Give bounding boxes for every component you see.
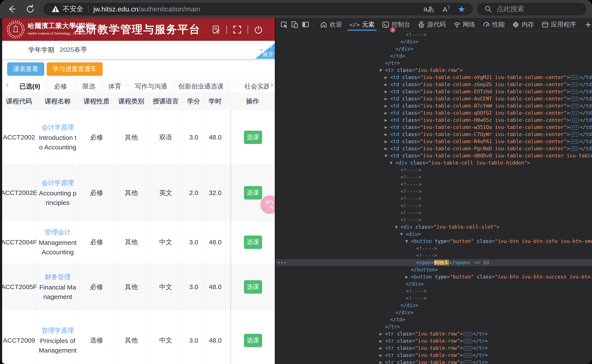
dom-tree-line[interactable]: <!----> — [276, 195, 592, 202]
collapsed-content-ellipsis[interactable]: ••• — [570, 111, 579, 115]
dom-tree-line[interactable]: ▶<tr class="ivu-table-row">•••</tr> — [276, 330, 592, 338]
dom-tree-line[interactable]: ▶<tr class="ivu-table-row">•••</tr> — [276, 352, 592, 359]
devtools-tab-应用程序[interactable]: 应用程序 — [538, 18, 580, 31]
dom-tree-line[interactable]: ▶<tr class="ivu-table-row">•••</tr> — [276, 344, 592, 352]
expand-arrow-icon[interactable]: ▶ — [385, 145, 387, 152]
dom-tree-line[interactable]: </div> — [276, 38, 592, 45]
study-progress-button[interactable]: 学习进度直通车 — [47, 62, 103, 76]
dom-tree-line[interactable]: ▶<tr class="ivu-table-row">•••</tr> — [276, 359, 592, 364]
dom-tree-line[interactable]: </tr> — [276, 60, 592, 67]
dom-tree-line[interactable]: <!----> — [276, 188, 592, 195]
dom-tree-line[interactable]: •••<span>购物车</span>== $0 — [276, 259, 592, 266]
expand-arrow-icon[interactable]: ▶ — [385, 124, 387, 131]
tab-3[interactable]: 限选 — [77, 80, 101, 93]
dom-tree-line[interactable]: ▶<td class="ivu-table-column-H8wOSz ivu-… — [276, 117, 592, 124]
dom-tree-line[interactable]: <!----> — [276, 288, 592, 295]
collapsed-content-ellipsis[interactable]: ••• — [570, 75, 579, 80]
collapse-arrow-icon[interactable]: ▼ — [400, 231, 403, 238]
dom-tree-line[interactable]: ▶<td class="ivu-table-column-oVgMJ1 ivu-… — [276, 74, 592, 81]
dom-tree-line[interactable]: ▶<td class="ivu-table-column-qOQfGI ivu-… — [276, 110, 592, 117]
dom-tree-line[interactable]: <!----> — [276, 31, 592, 38]
dom-tree-line[interactable]: ▶<td class="ivu-table-column-EOTzhd ivu-… — [276, 88, 592, 95]
tabs-scroll-right-icon[interactable]: › — [268, 78, 275, 91]
devtools-tab-元素[interactable]: </>元素 — [346, 18, 378, 31]
power-logout-icon[interactable] — [254, 25, 263, 34]
devtools-tab-内存[interactable]: 内存 — [508, 18, 538, 31]
collapsed-content-ellipsis[interactable]: ••• — [570, 118, 579, 122]
dom-tree-line[interactable]: </td> — [276, 316, 592, 323]
expand-arrow-icon[interactable]: ▶ — [385, 117, 387, 124]
term-select[interactable]: 2025春季 — [54, 43, 270, 56]
select-course-button[interactable]: 选课 — [244, 280, 262, 294]
tab-7[interactable]: 社会实践课 — [228, 80, 269, 93]
expand-arrow-icon[interactable]: ▶ — [385, 138, 387, 145]
dom-tree-line[interactable]: <!----> — [276, 216, 592, 223]
dom-tree-line[interactable]: ▼<tr class="ivu-table-row"> — [276, 67, 592, 74]
collapsed-content-ellipsis[interactable]: ••• — [570, 147, 579, 151]
collapse-arrow-icon[interactable]: ▼ — [390, 159, 392, 166]
expand-arrow-icon[interactable]: ▶ — [379, 352, 382, 359]
dom-tree-line[interactable]: </div> — [276, 45, 592, 52]
expand-arrow-icon[interactable]: ▶ — [405, 273, 408, 280]
select-course-button[interactable]: 选课 — [244, 131, 262, 144]
course-name-link[interactable]: 管理学原理 — [41, 326, 74, 335]
expand-arrow-icon[interactable]: ▶ — [379, 330, 382, 338]
dom-tree-line[interactable]: ▼<div class="ivu-table-cell ivu-table-hi… — [276, 159, 592, 166]
devtools-tab-性能[interactable]: 性能 — [479, 18, 508, 31]
dom-tree-line[interactable]: <!----> — [276, 245, 592, 252]
back-icon[interactable] — [7, 4, 17, 14]
view-timetable-button[interactable]: 课表查看 — [7, 62, 44, 76]
collapse-arrow-icon[interactable]: ▼ — [395, 223, 398, 231]
collapsed-content-ellipsis[interactable]: ••• — [570, 125, 579, 130]
more-tabs-icon[interactable]: + — [585, 19, 591, 30]
collapsed-content-ellipsis[interactable]: ••• — [463, 346, 472, 351]
select-course-button[interactable]: 选课 — [244, 235, 262, 249]
expand-arrow-icon[interactable]: ▶ — [379, 359, 382, 364]
course-name-link[interactable]: 管理会计 — [45, 228, 71, 237]
dock-side-icon[interactable] — [300, 19, 311, 30]
expand-arrow-icon[interactable]: ▶ — [379, 338, 382, 344]
devtools-tab-控制台[interactable]: ×控制台 — [378, 18, 414, 31]
devtools-tab-网络[interactable]: 网络 — [450, 18, 479, 31]
course-name-link[interactable]: 财务管理 — [45, 272, 71, 282]
dom-tree-line[interactable]: ▶<td class="ivu-table-column-zGepZG ivu-… — [276, 81, 592, 88]
dom-tree-line[interactable]: </div> — [276, 302, 592, 309]
course-name-link[interactable]: 会计学原理 — [41, 178, 74, 188]
select-course-button[interactable]: 选课 — [244, 334, 262, 347]
dom-tree-line[interactable]: </td> — [276, 52, 592, 60]
device-toolbar-icon[interactable] — [289, 19, 300, 30]
tab-2[interactable]: 必修 — [46, 80, 75, 93]
dom-tree-line[interactable]: </button> — [276, 266, 592, 273]
select-course-button[interactable]: 选课 — [244, 186, 262, 200]
dom-tree-line[interactable]: </div> — [276, 280, 592, 288]
collapsed-content-ellipsis[interactable]: ••• — [570, 90, 579, 94]
expand-arrow-icon[interactable]: ▶ — [385, 110, 387, 117]
tab-5[interactable]: 写作与沟通 — [128, 80, 174, 93]
collapse-arrow-icon[interactable]: ▼ — [405, 238, 408, 245]
expand-arrow-icon[interactable]: ▶ — [379, 344, 382, 352]
course-name-link[interactable]: 会计学原理 — [41, 123, 74, 132]
tabs-scroll-left-icon[interactable]: ‹ — [3, 78, 12, 91]
collapse-arrow-icon[interactable]: ▼ — [379, 67, 382, 74]
dom-tree-line[interactable]: ▶<button type="button" class="ivu-btn iv… — [276, 273, 592, 280]
dom-tree-line[interactable]: <!----> — [276, 209, 592, 216]
dom-tree-line[interactable]: ▼<div> — [276, 231, 592, 238]
dom-tree-line[interactable]: <!----> — [276, 295, 592, 302]
expand-arrow-icon[interactable]: ▶ — [385, 102, 387, 110]
dom-tree-line[interactable]: ▶<td class="ivu-table-column-R4oPA1 ivu-… — [276, 138, 592, 145]
dom-tree-line[interactable]: </tr> — [276, 323, 592, 330]
devtools-tab-源代码[interactable]: 源代码 — [414, 18, 450, 31]
expand-arrow-icon[interactable]: ▶ — [385, 74, 387, 81]
dom-tree-line[interactable]: ▶<tr class="ivu-table-row">•••</tr> — [276, 338, 592, 344]
expand-arrow-icon[interactable]: ▶ — [385, 81, 387, 88]
dom-tree-line[interactable]: <!----> — [276, 202, 592, 209]
tab-4[interactable]: 体育 — [103, 80, 127, 93]
collapsed-content-ellipsis[interactable]: ••• — [570, 139, 579, 144]
devtools-tab-欢迎[interactable]: 欢迎 — [316, 18, 346, 31]
collapsed-content-ellipsis[interactable]: ••• — [463, 353, 472, 358]
fullscreen-icon[interactable] — [232, 25, 242, 34]
dom-tree-line[interactable]: <!----> — [276, 181, 592, 188]
refresh-icon[interactable] — [25, 4, 35, 14]
dom-tree-line[interactable]: ▼<button type="button" class="ivu-btn iv… — [276, 238, 592, 245]
dom-tree-line[interactable]: ▶<td class="ivu-table-column-B7cYmW ivu-… — [276, 102, 592, 110]
